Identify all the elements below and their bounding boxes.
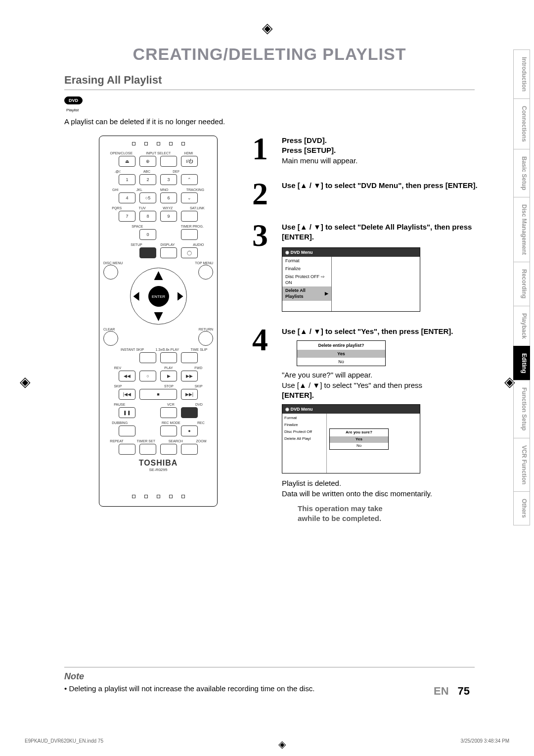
step-1-line1: Press [DVD].: [282, 136, 327, 144]
chapter-tabs: IntroductionConnectionsBasic SetupDisc M…: [513, 49, 530, 525]
step-4-after2: Use [▲ / ▼] to select "Yes" and then pre…: [282, 380, 480, 390]
intro-text: A playlist can be deleted if it is no lo…: [64, 117, 494, 126]
crop-mark-left: ◈: [20, 374, 31, 390]
tab-others: Others: [513, 491, 530, 525]
page-content: CREATING/DELETING PLAYLIST Erasing All P…: [44, 30, 494, 722]
footer-left: E9PKAUD_DVR620KU_EN.indd 75: [25, 738, 103, 750]
step-4: 4 Use [▲ / ▼] to select "Yes", then pres…: [252, 327, 480, 524]
step-4-after1: "Are you sure?" will appear.: [282, 370, 480, 380]
tab-recording: Recording: [513, 262, 530, 305]
dpad: ENTER: [130, 268, 187, 325]
step-number: 3: [252, 222, 276, 312]
dvd-button: [181, 407, 198, 418]
step-number: 1: [252, 136, 276, 166]
badge-sub: Playlist: [66, 108, 79, 112]
footer-right: 3/25/2009 3:48:34 PM: [461, 738, 509, 750]
page-number: EN75: [434, 685, 470, 698]
note-text: Deleting a playlist will not increase th…: [64, 684, 475, 694]
tab-disc-management: Disc Management: [513, 197, 530, 262]
dvd-mode-badge: DVD Playlist: [64, 95, 494, 113]
note-title: Note: [64, 667, 475, 682]
step-number: 2: [252, 181, 276, 207]
step-2: 2 Use [▲ / ▼] to select "DVD Menu", then…: [252, 181, 480, 207]
setup-button: [139, 247, 156, 258]
brand-label: TOSHIBA: [139, 459, 178, 468]
footer-crop-icon: ◈: [278, 738, 286, 750]
print-footer: E9PKAUD_DVR620KU_EN.indd 75 ◈ 3/25/2009 …: [25, 738, 509, 750]
tab-playback: Playback: [513, 306, 530, 346]
step-3: 3 Use [▲ / ▼] to select "Delete All Play…: [252, 222, 480, 312]
model-label: SE-R0295: [149, 468, 168, 472]
confirm-delete-playlist: Delete entire playlist? Yes No: [297, 340, 386, 366]
step-4-text: Use [▲ / ▼] to select "Yes", then press …: [282, 327, 453, 335]
tab-basic-setup: Basic Setup: [513, 149, 530, 197]
step-number: 4: [252, 327, 276, 524]
tab-function-setup: Function Setup: [513, 380, 530, 437]
step-1: 1 Press [DVD]. Press [SETUP]. Main menu …: [252, 136, 480, 166]
step-4-after4: Playlist is deleted.: [282, 478, 480, 488]
tab-vcr-function: VCR Function: [513, 438, 530, 491]
tab-introduction: Introduction: [513, 49, 530, 98]
step-4-after5: Data will be written onto the disc momen…: [282, 489, 480, 499]
tab-connections: Connections: [513, 98, 530, 149]
section-subtitle: Erasing All Playlist: [64, 74, 475, 90]
osd-dvd-menu: ◉ DVD Menu Format Finalize Disc Protect …: [282, 247, 420, 312]
note-section: Note Deleting a playlist will not increa…: [64, 667, 475, 694]
badge-dvd: DVD: [69, 98, 78, 103]
step-2-text: Use [▲ / ▼] to select "DVD Menu", then p…: [282, 181, 478, 189]
osd-confirm-sure: ◉ DVD Menu Format Finalize Disc Protect …: [282, 404, 420, 473]
page-title: CREATING/DELETING PLAYLIST: [44, 45, 494, 64]
step-3-text: Use [▲ / ▼] to select "Delete All Playli…: [282, 223, 472, 241]
step-1-extra: Main menu will appear.: [282, 156, 357, 165]
remote-illustration: OPEN/CLOSEINPUT SELECTHDMI ⏏⊕I/⏻ .@/:ABC…: [99, 136, 218, 507]
step-1-line2: Press [SETUP].: [282, 146, 336, 154]
completion-note: This operation may take awhile to be com…: [298, 504, 480, 524]
enter-button: ENTER: [148, 286, 169, 307]
tab-editing: Editing: [513, 346, 530, 380]
step-4-after3: [ENTER].: [282, 391, 314, 399]
